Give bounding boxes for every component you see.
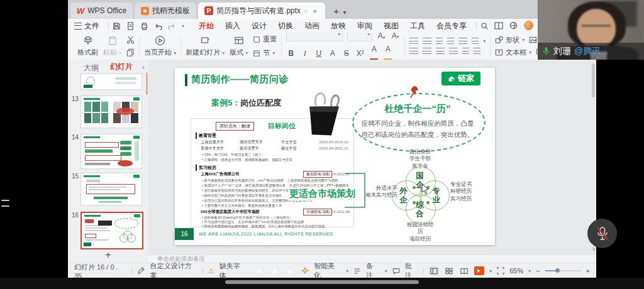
highlight-color-button[interactable]: A	[383, 45, 392, 60]
tab-slides[interactable]: 幻灯片	[110, 62, 133, 75]
tab-modified-icon: ∗	[312, 8, 318, 14]
slide-16[interactable]: 简历制作——简历问诊 案例5：岗位匹配度 链家 求职意向：翻译 目标岗位 教育背…	[175, 68, 495, 245]
paragraph-settings-icon[interactable]	[474, 48, 480, 55]
textbox-button[interactable]: 文本框 ▾	[495, 48, 531, 57]
menu-transition[interactable]: 切换	[272, 19, 299, 33]
italic-button[interactable]: I	[300, 49, 309, 58]
shapes-button[interactable]: 形状 ▾	[495, 35, 525, 45]
paragraph-group: ▾	[409, 38, 486, 55]
menu-tools[interactable]: 工具	[404, 19, 431, 33]
slide-thumbnail-partial[interactable]	[80, 74, 142, 90]
paste-button[interactable]: 粘贴 ▾	[103, 36, 121, 57]
play-from-current-button[interactable]: 当页开始 ▾	[144, 35, 176, 57]
webcam-video-tile[interactable]: 刘珊 @腾讯...	[538, 0, 644, 60]
cut-icon[interactable]	[126, 36, 135, 44]
search-icon[interactable]	[480, 22, 489, 30]
line-spacing-icon[interactable]	[472, 38, 479, 45]
columns-icon[interactable]	[462, 48, 469, 55]
decrease-font-button[interactable]: A▾	[391, 33, 400, 40]
format-painter-button[interactable]: 格式刷	[77, 36, 98, 57]
layout-button[interactable]: 版式 ▾	[230, 36, 248, 57]
meeting-sidebar-handle[interactable]	[1, 200, 9, 201]
bold-button[interactable]: B	[286, 49, 296, 58]
normal-view-button[interactable]	[429, 266, 439, 276]
menu-animation[interactable]: 动画	[299, 19, 325, 33]
chevron-down-icon[interactable]: ▾	[346, 268, 348, 274]
theme-globe-icon[interactable]	[509, 21, 518, 30]
tab-current-document[interactable]: P 简历指导与面试有道.pptx ○ ∗	[198, 3, 325, 19]
zoom-in-button[interactable]: +	[586, 267, 590, 275]
align-center-icon[interactable]	[423, 48, 431, 55]
thumb-art	[84, 98, 100, 100]
slide-thumbnail-16-selected[interactable]	[80, 212, 143, 249]
chevron-down-icon[interactable]: ▾	[385, 268, 387, 274]
fit-slide-icon[interactable]	[497, 267, 504, 275]
reset-button[interactable]: 重置	[253, 35, 277, 44]
next-slide-icon[interactable]: ∨	[592, 247, 596, 252]
chevron-down-icon[interactable]: ▾	[489, 268, 492, 274]
copy-icon[interactable]	[126, 48, 135, 57]
wps-logo-icon: W	[77, 6, 84, 16]
menu-slideshow[interactable]: 放映	[325, 19, 352, 33]
tab-protect-icon[interactable]: ○	[304, 8, 309, 14]
superscript-button[interactable]: X²	[355, 49, 365, 58]
save-icon[interactable]	[113, 22, 121, 30]
new-slide-button[interactable]: 新建幻灯片 ▾	[186, 36, 225, 57]
chevron-down-icon[interactable]: ▾	[528, 268, 531, 274]
meeting-sidebar-handle[interactable]	[1, 205, 9, 207]
text-direction-icon[interactable]	[458, 38, 467, 45]
menu-member[interactable]: 会员专享	[431, 19, 472, 33]
taskbar-indicator[interactable]	[225, 280, 419, 284]
print-icon[interactable]	[140, 22, 148, 30]
split-view-icon[interactable]	[494, 22, 503, 30]
thumb-art	[84, 102, 108, 123]
underline-button[interactable]: U	[314, 49, 323, 58]
panel-scrollbar[interactable]	[146, 72, 148, 95]
strikethrough-button[interactable]: S	[341, 49, 351, 58]
menu-view[interactable]: 视图	[378, 19, 404, 33]
slide-thumbnail-13[interactable]	[80, 95, 142, 128]
quick-access-chevron-icon[interactable]: ▾	[182, 23, 184, 29]
add-slide-button[interactable]: +	[105, 249, 111, 261]
canvas-scrollbar[interactable]	[592, 63, 595, 97]
clipboard-icon	[108, 36, 118, 46]
mic-muted-button[interactable]	[587, 219, 617, 248]
panel-collapse-icon[interactable]: ‹	[142, 63, 145, 72]
slideshow-play-button[interactable]	[474, 266, 485, 275]
account-avatar[interactable]	[524, 21, 533, 30]
menu-review[interactable]: 审阅	[352, 19, 378, 33]
align-right-icon[interactable]	[436, 48, 445, 55]
slide-thumbnail-14[interactable]	[80, 134, 142, 169]
redo-icon[interactable]	[168, 22, 176, 30]
tab-list-chevron-icon[interactable]: ▾	[343, 9, 347, 16]
bullet-list-icon[interactable]	[409, 38, 418, 45]
menu-design[interactable]: 设计	[246, 19, 272, 33]
numbered-list-icon[interactable]	[423, 38, 431, 45]
font-size-combo[interactable]	[347, 33, 372, 41]
export-icon[interactable]	[126, 22, 135, 30]
file-menu[interactable]: 文件	[74, 21, 99, 31]
venn-word-bottom: 综合	[415, 201, 425, 219]
undo-icon[interactable]	[154, 22, 162, 30]
tab-wps-office[interactable]: W WPS Office	[70, 3, 133, 19]
new-tab-button[interactable]: +	[330, 4, 343, 18]
font-color-button[interactable]: A	[369, 45, 379, 60]
increase-font-button[interactable]: A▴	[377, 33, 386, 40]
character-button[interactable]: A	[328, 49, 337, 58]
increase-indent-icon[interactable]	[447, 38, 454, 45]
decrease-indent-icon[interactable]	[436, 38, 443, 45]
align-left-icon[interactable]	[409, 48, 418, 55]
zoom-slider[interactable]	[545, 270, 581, 271]
font-name-combo[interactable]	[286, 33, 343, 41]
slide-sorter-view-button[interactable]	[444, 266, 454, 276]
tab-outline[interactable]: 大纲	[84, 63, 99, 74]
menu-insert[interactable]: 插入	[219, 19, 246, 33]
zoom-out-button[interactable]: −	[536, 267, 540, 275]
justify-icon[interactable]	[449, 48, 458, 55]
zoom-level[interactable]: 65%	[509, 267, 523, 275]
section-button[interactable]: 节 ▾	[253, 48, 275, 58]
slide-thumbnail-15[interactable]	[80, 173, 142, 205]
menu-home[interactable]: 开始	[193, 19, 219, 33]
reading-view-button[interactable]	[459, 266, 469, 276]
tab-docer-template[interactable]: 找稻壳模板	[135, 3, 196, 19]
